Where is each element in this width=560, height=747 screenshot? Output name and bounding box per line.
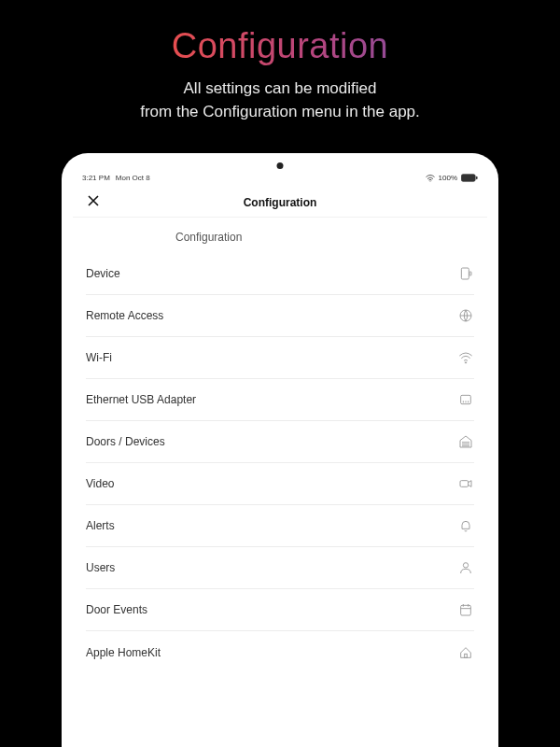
menu-item-label: Device bbox=[86, 267, 120, 280]
menu-item-door-events[interactable]: Door Events bbox=[86, 589, 474, 631]
svg-rect-3 bbox=[461, 268, 469, 279]
garage-icon bbox=[457, 433, 474, 450]
hero-subtitle: All settings can be modified from the Co… bbox=[0, 78, 560, 123]
menu-item-users[interactable]: Users bbox=[86, 547, 474, 589]
svg-rect-10 bbox=[461, 606, 471, 616]
menu-item-ethernet-usb-adapter[interactable]: Ethernet USB Adapter bbox=[86, 379, 474, 421]
wifi-icon bbox=[457, 349, 474, 366]
status-battery-text: 100% bbox=[439, 174, 457, 182]
nav-title: Configuration bbox=[244, 196, 317, 209]
svg-point-0 bbox=[429, 180, 430, 181]
menu-item-label: Wi-Fi bbox=[86, 351, 112, 364]
menu-item-doors-devices[interactable]: Doors / Devices bbox=[86, 421, 474, 463]
menu-item-label: Doors / Devices bbox=[86, 435, 165, 448]
section-label: Configuration bbox=[73, 218, 487, 253]
hero-title: Configuration bbox=[0, 0, 560, 66]
device-screen: 3:21 PM Mon Oct 8 100% Configuration bbox=[73, 164, 487, 747]
close-button[interactable] bbox=[84, 193, 103, 212]
status-time: 3:21 PM bbox=[82, 174, 110, 182]
svg-rect-11 bbox=[465, 654, 468, 657]
nav-bar: Configuration bbox=[73, 188, 487, 218]
status-date: Mon Oct 8 bbox=[116, 174, 150, 182]
svg-rect-1 bbox=[461, 175, 475, 181]
battery-icon bbox=[461, 174, 478, 182]
menu-item-label: Apple HomeKit bbox=[86, 646, 161, 659]
device-icon bbox=[457, 265, 474, 282]
device-frame: 3:21 PM Mon Oct 8 100% Configuration bbox=[62, 153, 498, 747]
wifi-signal-icon bbox=[426, 175, 435, 182]
menu-item-apple-homekit[interactable]: Apple HomeKit bbox=[86, 631, 474, 673]
menu-item-wifi[interactable]: Wi-Fi bbox=[86, 337, 474, 379]
menu-item-label: Video bbox=[86, 477, 114, 490]
menu-item-label: Ethernet USB Adapter bbox=[86, 393, 196, 406]
menu-item-alerts[interactable]: Alerts bbox=[86, 505, 474, 547]
home-icon bbox=[457, 644, 474, 661]
svg-rect-2 bbox=[476, 176, 478, 179]
svg-point-6 bbox=[465, 362, 466, 363]
bell-icon bbox=[457, 517, 474, 534]
svg-rect-8 bbox=[460, 481, 469, 487]
menu-item-remote-access[interactable]: Remote Access bbox=[86, 295, 474, 337]
globe-icon bbox=[457, 307, 474, 324]
menu-list: Device Remote Access Wi-Fi Ethernet USB … bbox=[73, 253, 487, 673]
svg-rect-4 bbox=[469, 272, 471, 275]
menu-item-device[interactable]: Device bbox=[86, 253, 474, 295]
hero-sub-line1: All settings can be modified bbox=[0, 78, 560, 101]
menu-item-label: Door Events bbox=[86, 603, 147, 616]
status-bar: 3:21 PM Mon Oct 8 100% bbox=[73, 174, 487, 188]
video-icon bbox=[457, 475, 474, 492]
ethernet-icon bbox=[457, 391, 474, 408]
menu-item-video[interactable]: Video bbox=[86, 463, 474, 505]
svg-point-9 bbox=[463, 563, 468, 568]
camera-dot bbox=[277, 162, 284, 169]
menu-item-label: Alerts bbox=[86, 519, 115, 532]
user-icon bbox=[457, 559, 474, 576]
menu-item-label: Remote Access bbox=[86, 309, 163, 322]
calendar-icon bbox=[457, 601, 474, 618]
menu-item-label: Users bbox=[86, 561, 115, 574]
hero-sub-line2: from the Configuration menu in the app. bbox=[0, 101, 560, 124]
close-icon bbox=[87, 194, 100, 211]
